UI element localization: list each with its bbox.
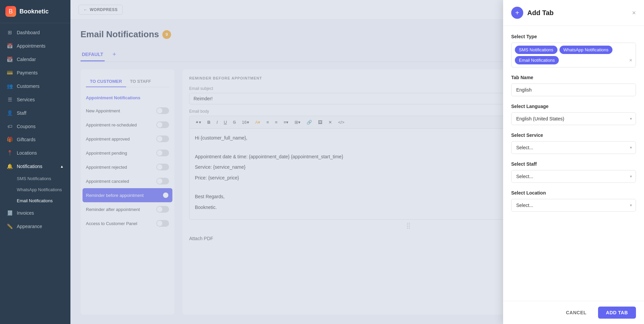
sidebar-item-dashboard[interactable]: ⊞ Dashboard xyxy=(0,26,70,39)
sidebar-item-email[interactable]: Email Notifications xyxy=(0,195,70,206)
drawer-header: + Add Tab × xyxy=(503,0,644,26)
add-tab-drawer: + Add Tab × Select Type SMS Notification… xyxy=(503,0,644,324)
type-field-close[interactable]: × xyxy=(629,57,632,63)
sidebar-item-notifications[interactable]: 🔔 Notifications ▲ xyxy=(0,160,70,173)
sidebar-item-giftcards[interactable]: 🎁 Giftcards xyxy=(0,133,70,146)
sidebar-item-label: Staff xyxy=(17,110,26,116)
location-select[interactable]: Select... xyxy=(511,199,636,212)
giftcards-icon: 🎁 xyxy=(7,137,13,143)
staff-icon: 👤 xyxy=(7,110,13,116)
customers-icon: 👥 xyxy=(7,83,13,89)
select-location-section: Select Location Select... ▾ xyxy=(511,190,636,212)
drawer-footer: CANCEL ADD TAB xyxy=(503,301,644,324)
select-type-section: Select Type SMS Notifications WhatsApp N… xyxy=(511,34,636,67)
notifications-submenu: SMS Notifications WhatsApp Notifications… xyxy=(0,173,70,206)
select-language-section: Select Language English (United States) … xyxy=(511,104,636,125)
sidebar-item-label: Appearance xyxy=(17,224,42,229)
appointments-icon: 📅 xyxy=(7,43,13,49)
select-service-label: Select Service xyxy=(511,132,636,138)
sidebar-nav: ⊞ Dashboard 📅 Appointments 📆 Calendar 💳 … xyxy=(0,23,70,324)
sidebar-item-label: Notifications xyxy=(17,164,42,169)
notifications-icon: 🔔 xyxy=(7,163,13,169)
sidebar-item-appearance[interactable]: ✏️ Appearance xyxy=(0,220,70,233)
chevron-up-icon: ▲ xyxy=(60,164,64,168)
select-staff-label: Select Staff xyxy=(511,161,636,167)
sidebar-item-invoices[interactable]: 🧾 Invoices xyxy=(0,206,70,220)
select-service-section: Select Service Select... ▾ xyxy=(511,132,636,154)
sidebar: B Booknetic ⊞ Dashboard 📅 Appointments 📆… xyxy=(0,0,70,324)
sidebar-item-appointments[interactable]: 📅 Appointments xyxy=(0,39,70,53)
staff-select[interactable]: Select... xyxy=(511,170,636,183)
sidebar-item-label: Invoices xyxy=(17,210,34,216)
sidebar-item-label: Giftcards xyxy=(17,137,36,142)
sidebar-logo: B Booknetic xyxy=(0,0,70,23)
add-tab-button[interactable]: ADD TAB xyxy=(598,307,636,319)
sidebar-item-label: Coupons xyxy=(17,124,36,129)
sidebar-item-locations[interactable]: 📍 Locations xyxy=(0,146,70,160)
payments-icon: 💳 xyxy=(7,70,13,76)
chip-email: Email Notifications xyxy=(515,56,559,64)
sidebar-item-whatsapp[interactable]: WhatsApp Notifications xyxy=(0,184,70,195)
tab-name-section: Tab Name xyxy=(511,75,636,96)
chip-whatsapp: WhatsApp Notifications xyxy=(559,46,612,54)
chip-sms: SMS Notifications xyxy=(515,46,557,54)
sidebar-item-label: Dashboard xyxy=(17,30,40,35)
locations-icon: 📍 xyxy=(7,150,13,156)
sidebar-item-calendar[interactable]: 📆 Calendar xyxy=(0,53,70,66)
close-icon: × xyxy=(632,9,636,16)
sidebar-item-customers[interactable]: 👥 Customers xyxy=(0,79,70,93)
sidebar-item-label: Services xyxy=(17,97,35,102)
tab-name-label: Tab Name xyxy=(511,75,636,80)
tab-name-input[interactable] xyxy=(511,84,636,96)
appearance-icon: ✏️ xyxy=(7,223,13,229)
chip-whatsapp-label: WhatsApp Notifications xyxy=(564,47,608,52)
language-select-wrap: English (United States) ▾ xyxy=(511,112,636,125)
cancel-button[interactable]: CANCEL xyxy=(558,307,594,319)
sidebar-item-label: Appointments xyxy=(17,43,46,49)
sidebar-item-label: Calendar xyxy=(17,57,36,62)
staff-select-wrap: Select... ▾ xyxy=(511,170,636,183)
drawer-plus-icon: + xyxy=(511,7,523,19)
select-staff-section: Select Staff Select... ▾ xyxy=(511,161,636,183)
drawer-title: Add Tab xyxy=(527,9,554,17)
sidebar-item-label: Locations xyxy=(17,150,37,156)
service-select[interactable]: Select... xyxy=(511,141,636,154)
sidebar-sub-label: Email Notifications xyxy=(17,198,53,203)
service-select-wrap: Select... ▾ xyxy=(511,141,636,154)
sidebar-sub-label: WhatsApp Notifications xyxy=(17,187,62,192)
sidebar-item-staff[interactable]: 👤 Staff xyxy=(0,106,70,120)
chip-email-label: Email Notifications xyxy=(519,58,555,63)
invoices-icon: 🧾 xyxy=(7,210,13,216)
select-type-label: Select Type xyxy=(511,34,636,39)
select-language-label: Select Language xyxy=(511,104,636,109)
sidebar-item-coupons[interactable]: 🏷 Coupons xyxy=(0,120,70,133)
close-button[interactable]: × xyxy=(632,9,636,17)
type-field[interactable]: SMS Notifications WhatsApp Notifications… xyxy=(511,43,636,67)
drawer-body: Select Type SMS Notifications WhatsApp N… xyxy=(503,26,644,301)
select-location-label: Select Location xyxy=(511,190,636,196)
main-area: ← WORDPRESS Email Notifications 9 DEFAUL… xyxy=(70,0,644,324)
coupons-icon: 🏷 xyxy=(7,123,13,129)
chip-sms-label: SMS Notifications xyxy=(519,47,553,52)
services-icon: ☰ xyxy=(7,97,13,103)
sidebar-item-label: Customers xyxy=(17,84,40,89)
sidebar-item-sms[interactable]: SMS Notifications xyxy=(0,173,70,184)
sidebar-sub-label: SMS Notifications xyxy=(17,176,51,181)
sidebar-item-payments[interactable]: 💳 Payments xyxy=(0,66,70,79)
sidebar-item-label: Payments xyxy=(17,70,38,75)
language-select[interactable]: English (United States) xyxy=(511,112,636,125)
app-name: Booknetic xyxy=(19,8,49,15)
logo-icon: B xyxy=(5,6,16,17)
sidebar-item-services[interactable]: ☰ Services xyxy=(0,93,70,106)
location-select-wrap: Select... ▾ xyxy=(511,199,636,212)
dashboard-icon: ⊞ xyxy=(7,30,13,36)
calendar-icon: 📆 xyxy=(7,56,13,62)
